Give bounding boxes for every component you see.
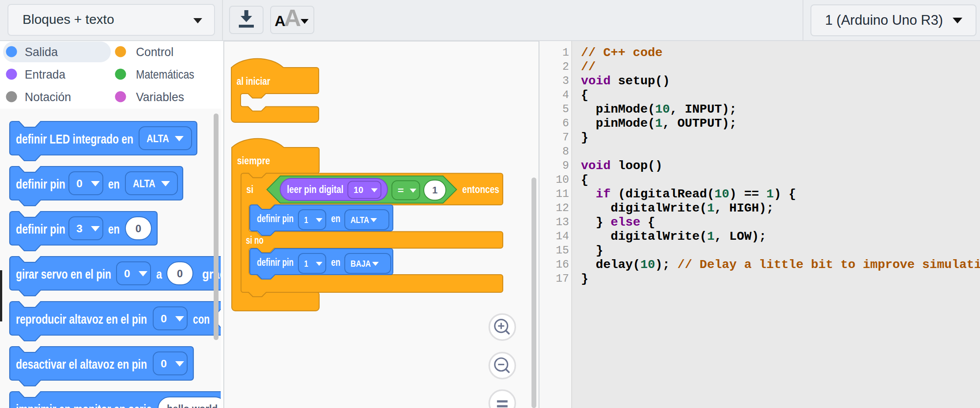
svg-text:en: en bbox=[331, 213, 340, 224]
svg-text:definir pin: definir pin bbox=[16, 177, 65, 191]
svg-text:=: = bbox=[398, 185, 404, 195]
svg-text:ALTA: ALTA bbox=[147, 132, 169, 144]
svg-text:reproducir altavoz en el pin: reproducir altavoz en el pin bbox=[16, 312, 147, 326]
svg-text:leer pin digital: leer pin digital bbox=[287, 184, 343, 195]
svg-text:definir pin: definir pin bbox=[257, 213, 294, 224]
svg-text:Salida: Salida bbox=[25, 45, 58, 59]
svg-text:ALTA: ALTA bbox=[133, 178, 155, 189]
svg-text:en: en bbox=[331, 257, 340, 268]
svg-text:en: en bbox=[108, 222, 120, 236]
svg-text:Variables: Variables bbox=[136, 90, 184, 104]
svg-text:con: con bbox=[193, 312, 210, 326]
svg-text:0: 0 bbox=[76, 178, 83, 189]
svg-text:BAJA: BAJA bbox=[351, 259, 371, 268]
svg-text:10: 10 bbox=[354, 185, 363, 195]
svg-text:0: 0 bbox=[124, 268, 130, 280]
svg-text:0: 0 bbox=[136, 223, 141, 234]
svg-text:Entrada: Entrada bbox=[25, 68, 65, 81]
svg-text:definir LED integrado en: definir LED integrado en bbox=[16, 132, 133, 146]
svg-text:si no: si no bbox=[246, 234, 264, 246]
svg-text:entonces: entonces bbox=[462, 184, 499, 195]
svg-text:1: 1 bbox=[304, 215, 308, 225]
svg-text:Matemáticas: Matemáticas bbox=[136, 68, 194, 81]
svg-text:0: 0 bbox=[177, 268, 183, 280]
svg-text:al iniciar: al iniciar bbox=[237, 76, 270, 87]
svg-text:en: en bbox=[108, 177, 120, 191]
svg-text:siempre: siempre bbox=[237, 155, 270, 166]
svg-text:1: 1 bbox=[304, 259, 308, 268]
svg-text:desactivar el altavoz en pin: desactivar el altavoz en pin bbox=[16, 357, 147, 371]
svg-text:Notación: Notación bbox=[25, 90, 71, 104]
svg-text:0: 0 bbox=[161, 313, 167, 325]
svg-text:1: 1 bbox=[432, 185, 437, 196]
svg-text:ALTA: ALTA bbox=[351, 215, 369, 225]
svg-text:a: a bbox=[156, 267, 162, 281]
svg-text:definir pin: definir pin bbox=[16, 222, 65, 236]
svg-text:si: si bbox=[246, 184, 253, 195]
svg-text:Control: Control bbox=[136, 45, 173, 59]
svg-text:definir pin: definir pin bbox=[257, 257, 294, 268]
svg-text:imprimir en monitor en serie: imprimir en monitor en serie bbox=[16, 402, 152, 408]
svg-text:girar servo en el pin: girar servo en el pin bbox=[16, 267, 111, 281]
svg-text:3: 3 bbox=[76, 223, 83, 234]
svg-text:0: 0 bbox=[161, 358, 167, 370]
svg-text:hello world: hello world bbox=[167, 403, 218, 408]
